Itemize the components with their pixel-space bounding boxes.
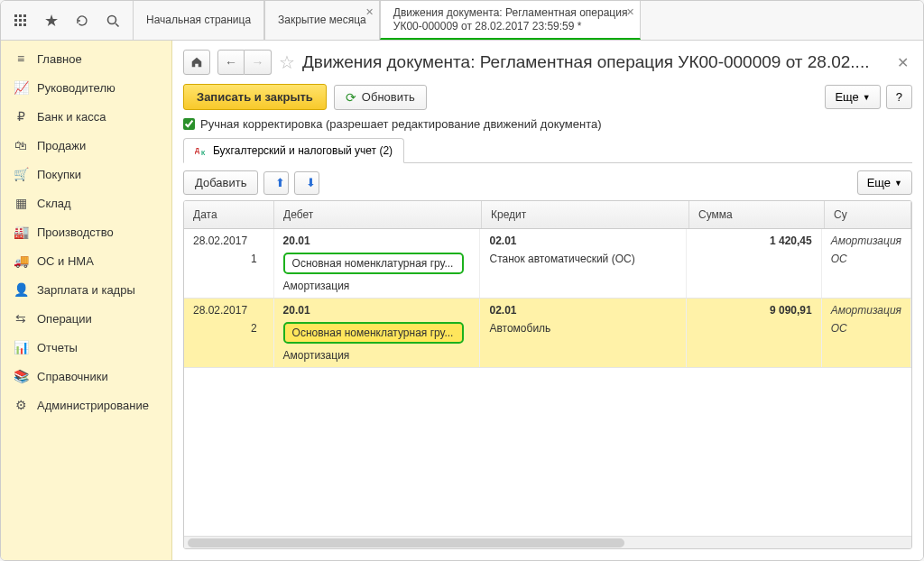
close-icon[interactable]: ✕ xyxy=(626,6,634,18)
action-toolbar: Записать и закрыть ⟳ Обновить Еще ▼ ? xyxy=(183,84,912,110)
cell-sum: 1 420,45 xyxy=(687,229,821,298)
sidebar-item-label: Зарплата и кадры xyxy=(37,283,135,297)
tab-strip: Начальная страница Закрытие месяца ✕ Дви… xyxy=(133,1,923,40)
debit-group-pill[interactable]: Основная номенклатурная гру... xyxy=(283,253,464,274)
reports-icon: 📊 xyxy=(14,340,28,354)
tab-label: Закрытие месяца xyxy=(278,14,366,27)
refresh-button[interactable]: ⟳ Обновить xyxy=(334,85,427,110)
add-button[interactable]: Добавить xyxy=(183,170,258,195)
debit-extra: Амортизация xyxy=(283,280,471,292)
sidebar-item-bank[interactable]: ₽Банк и касса xyxy=(1,102,171,131)
grid-toolbar: Добавить ⬆ ⬇ Еще ▼ xyxy=(183,170,912,195)
manual-edit-input[interactable] xyxy=(183,118,195,130)
sidebar-item-payroll[interactable]: 👤Зарплата и кадры xyxy=(1,275,171,304)
manual-edit-label: Ручная корректировка (разрешает редактир… xyxy=(200,117,602,131)
arrow-up-icon: ⬆ xyxy=(275,176,285,189)
table-row[interactable]: 28.02.2017 2 20.01 Основная номенклатурн… xyxy=(184,299,911,368)
sidebar-item-assets[interactable]: 🚚ОС и НМА xyxy=(1,246,171,275)
sidebar-item-reports[interactable]: 📊Отчеты xyxy=(1,333,171,362)
sidebar-item-label: Справочники xyxy=(37,370,108,383)
svg-rect-0 xyxy=(14,14,17,17)
cell-ext: Амортизация ОС xyxy=(822,299,911,367)
truck-icon: 🚚 xyxy=(14,253,28,268)
svg-point-9 xyxy=(108,15,116,23)
horizontal-scrollbar[interactable] xyxy=(184,536,911,548)
table-row[interactable]: 28.02.2017 1 20.01 Основная номенклатурн… xyxy=(184,229,911,299)
svg-line-10 xyxy=(116,23,119,27)
debit-account: 20.01 xyxy=(283,235,471,247)
bag-icon: 🛍 xyxy=(14,138,28,152)
cell-debit: 20.01 Основная номенклатурная гру... Амо… xyxy=(274,229,481,298)
more-button[interactable]: Еще ▼ xyxy=(825,85,880,109)
accounting-icon: ДК xyxy=(195,144,208,157)
tab-start-page[interactable]: Начальная страница xyxy=(133,1,264,40)
inner-tab-accounting[interactable]: ДК Бухгалтерский и налоговый учет (2) xyxy=(183,138,404,163)
col-credit[interactable]: Кредит xyxy=(482,201,689,228)
sidebar-item-warehouse[interactable]: ▦Склад xyxy=(1,189,171,217)
col-debit[interactable]: Дебет xyxy=(274,201,482,228)
sidebar-item-references[interactable]: 📚Справочники xyxy=(1,362,171,391)
tab-month-close[interactable]: Закрытие месяца ✕ xyxy=(264,1,380,40)
svg-rect-2 xyxy=(23,14,26,17)
save-close-button[interactable]: Записать и закрыть xyxy=(183,84,327,110)
sidebar-item-label: ОС и НМА xyxy=(37,254,94,268)
back-button[interactable]: ← xyxy=(217,50,245,75)
grid-more-button[interactable]: Еще ▼ xyxy=(857,170,912,195)
close-page-button[interactable]: ✕ xyxy=(893,54,912,71)
col-date[interactable]: Дата xyxy=(184,201,274,228)
sidebar-item-label: Продажи xyxy=(37,139,86,152)
search-icon[interactable] xyxy=(98,6,127,35)
scrollbar-thumb[interactable] xyxy=(188,538,624,547)
tab-label-line2: УК00-000009 от 28.02.2017 23:59:59 * xyxy=(393,20,628,33)
close-icon[interactable]: ✕ xyxy=(365,6,374,18)
sidebar-item-sales[interactable]: 🛍Продажи xyxy=(1,131,171,160)
manual-edit-checkbox[interactable]: Ручная корректировка (разрешает редактир… xyxy=(183,117,912,131)
sidebar-item-purchases[interactable]: 🛒Покупки xyxy=(1,160,171,189)
move-down-button[interactable]: ⬇ xyxy=(294,171,319,195)
sidebar-item-label: Администрирование xyxy=(37,399,149,412)
sidebar-item-label: Покупки xyxy=(37,168,81,181)
gear-icon: ⚙ xyxy=(14,398,28,412)
credit-name: Автомобиль xyxy=(489,322,677,335)
help-button[interactable]: ? xyxy=(886,85,912,109)
tab-label: Начальная страница xyxy=(146,14,251,27)
tab-document-movements[interactable]: Движения документа: Регламентная операци… xyxy=(380,1,642,40)
credit-name: Станок автоматический (ОС) xyxy=(489,253,677,265)
cell-sum: 9 090,91 xyxy=(687,299,821,367)
star-icon[interactable]: ★ xyxy=(37,6,66,35)
svg-text:Д: Д xyxy=(195,147,199,154)
grid-body[interactable]: 28.02.2017 1 20.01 Основная номенклатурн… xyxy=(184,229,911,536)
sidebar-item-admin[interactable]: ⚙Администрирование xyxy=(1,391,171,419)
forward-button[interactable]: → xyxy=(245,50,272,75)
page-title: Движения документа: Регламентная операци… xyxy=(302,52,886,72)
col-sum[interactable]: Сумма xyxy=(689,201,825,228)
credit-account: 02.01 xyxy=(489,304,677,317)
favorite-star-icon[interactable]: ☆ xyxy=(279,51,295,73)
move-up-button[interactable]: ⬆ xyxy=(263,171,289,195)
sidebar-item-production[interactable]: 🏭Производство xyxy=(1,217,171,246)
chevron-down-icon: ▼ xyxy=(863,93,871,102)
inner-tabstrip: ДК Бухгалтерский и налоговый учет (2) xyxy=(183,138,912,163)
home-button[interactable] xyxy=(183,50,210,75)
person-icon: 👤 xyxy=(14,282,28,297)
sidebar-item-label: Банк и касса xyxy=(37,110,106,124)
col-ext[interactable]: Су xyxy=(825,201,911,228)
cell-debit: 20.01 Основная номенклатурная гру... Амо… xyxy=(274,299,481,367)
note-line1: Амортизация xyxy=(831,235,901,247)
sum-value: 9 090,91 xyxy=(696,304,811,317)
row-date: 28.02.2017 xyxy=(193,235,264,247)
note-line2: ОС xyxy=(831,253,901,265)
arrow-down-icon: ⬇ xyxy=(306,176,316,189)
history-icon[interactable] xyxy=(68,6,97,35)
sidebar: ≡Главное 📈Руководителю ₽Банк и касса 🛍Пр… xyxy=(1,41,172,560)
apps-icon[interactable] xyxy=(6,6,35,35)
refresh-label: Обновить xyxy=(362,90,415,104)
chevron-down-icon: ▼ xyxy=(894,179,902,188)
sidebar-item-manager[interactable]: 📈Руководителю xyxy=(1,73,171,102)
grid-more-label: Еще xyxy=(867,176,891,189)
sidebar-item-operations[interactable]: ⇆Операции xyxy=(1,304,171,333)
sidebar-item-main[interactable]: ≡Главное xyxy=(1,44,171,73)
sidebar-item-label: Главное xyxy=(37,52,82,66)
sidebar-item-label: Склад xyxy=(37,197,71,210)
debit-group-pill[interactable]: Основная номенклатурная гру... xyxy=(283,322,464,344)
